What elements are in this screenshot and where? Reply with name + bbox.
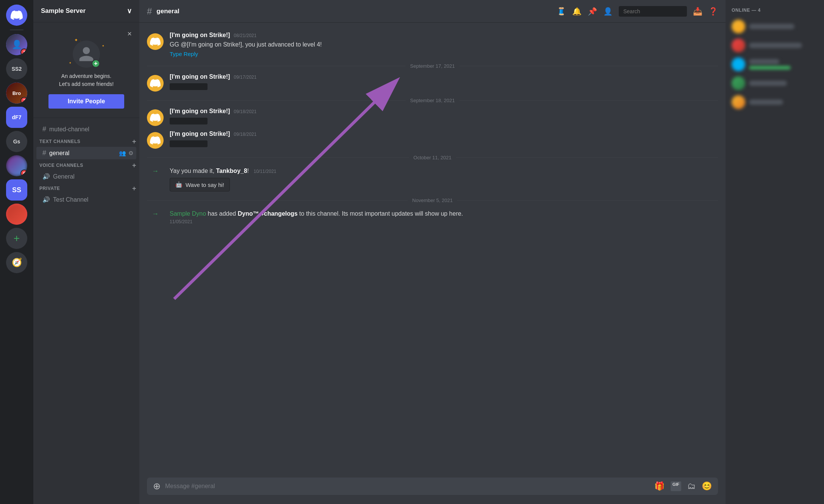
member-item-2[interactable] [729, 36, 821, 54]
member-name-blurred-2 [749, 43, 802, 48]
thread-icon[interactable]: 🧵 [557, 7, 566, 16]
message-content-1: [I'm going on Strike!] 08/21/2021 GG @[I… [170, 32, 718, 57]
add-text-channel-button[interactable]: + [132, 138, 136, 145]
bot-avatar-2 [147, 75, 164, 92]
invite-avatar-wrapper: + ✦ ✦ · ✦ [73, 40, 100, 68]
message-input-area: ⊕ 🎁 GIF 🗂 😊 [139, 478, 726, 504]
system-message-content: Yay you made it, Tankboy_8! 10/11/2021 🤖… [170, 166, 718, 191]
member-avatar-4 [732, 76, 745, 90]
help-icon[interactable]: ❓ [709, 7, 718, 16]
invite-avatar-plus-icon: + [92, 59, 100, 68]
messages-area[interactable]: [I'm going on Strike!] 08/21/2021 GG @[I… [139, 23, 726, 478]
divider-text-sep18: September 18, 2021 [410, 98, 455, 103]
channel-item-muted[interactable]: # muted-channel [36, 123, 136, 135]
notification-badge: 1 [20, 48, 27, 55]
divider-text-sep17: September 17, 2021 [410, 63, 455, 69]
message-author-sep18-1: [I'm going on Strike!] [170, 108, 230, 115]
server-name-header[interactable]: Sample Server ∨ [33, 0, 139, 22]
channel-item-general[interactable]: # general 👥 ⚙ [36, 147, 136, 159]
server-icon-gs[interactable]: Gs [6, 131, 27, 152]
member-name-blurred-4 [749, 81, 787, 86]
inbox-icon[interactable]: 📥 [693, 7, 702, 16]
server-icon-blurred-2[interactable] [6, 204, 27, 225]
invite-card-close-button[interactable]: × [127, 30, 132, 37]
notification-icon[interactable]: 🔔 [572, 7, 582, 16]
gift-icon[interactable]: 🎁 [654, 481, 665, 491]
message-author-sep17: [I'm going on Strike!] [170, 73, 230, 80]
channel-item-voice-general[interactable]: 🔊 General [36, 171, 136, 182]
search-input[interactable] [619, 6, 687, 17]
sparkle-icon-4: ✦ [69, 61, 72, 65]
member-item-5[interactable] [729, 93, 821, 111]
emoji-icon[interactable]: 😊 [702, 481, 712, 491]
date-divider-nov5: November 5, 2021 [139, 194, 726, 206]
message-group-sep17: [I'm going on Strike!] 09/17/2021 [139, 72, 726, 93]
input-icons: 🎁 GIF 🗂 😊 [654, 481, 712, 491]
server-icon-ss[interactable]: SS [6, 179, 27, 201]
gif-button[interactable]: GIF [671, 481, 681, 491]
discord-home-icon[interactable] [6, 5, 27, 26]
server-icon-user-avatar[interactable]: 👤 1 [6, 34, 27, 55]
add-attachment-button[interactable]: ⊕ [153, 481, 161, 492]
message-author-1: [I'm going on Strike!] [170, 32, 230, 39]
category-voice-channels[interactable]: VOICE CHANNELS + [33, 160, 139, 170]
category-text-channels[interactable]: TEXT CHANNELS + [33, 136, 139, 146]
pin-icon[interactable]: 📌 [588, 7, 597, 16]
server-icon-ss2[interactable]: SS2 [6, 58, 27, 79]
member-item-4[interactable] [729, 74, 821, 92]
member-info-3 [749, 59, 791, 70]
sticker-icon[interactable]: 🗂 [687, 481, 696, 491]
system-message-joined: → Yay you made it, Tankboy_8! 10/11/2021… [139, 163, 726, 194]
member-item-3[interactable] [729, 55, 821, 73]
member-avatar-5 [732, 95, 745, 109]
server-icon-df7[interactable]: dF7 [6, 107, 27, 128]
redacted-text [170, 83, 208, 90]
blurred1-badge: 6 [20, 170, 27, 176]
bot-avatar-4 [147, 132, 164, 149]
wave-label: Wave to say hi! [186, 182, 224, 188]
message-header-sep17: [I'm going on Strike!] 09/17/2021 [170, 73, 718, 80]
type-reply-link[interactable]: Type Reply [170, 51, 718, 57]
channel-actions: 👥 ⚙ [119, 150, 133, 157]
category-private[interactable]: PRIVATE + [33, 183, 139, 193]
bro-badge: 2 [20, 97, 27, 104]
channel-hash-icon: # [147, 6, 152, 17]
message-text-sep18-1 [170, 116, 718, 125]
add-member-icon[interactable]: 👥 [119, 150, 126, 157]
server-icon-blurred-1[interactable]: 6 [6, 155, 27, 176]
message-group-sep18-1: [I'm going on Strike!] 09/18/2021 [139, 106, 726, 128]
hash-icon: # [42, 125, 46, 133]
message-timestamp-sep17: 09/17/2021 [234, 75, 256, 80]
message-input[interactable] [165, 478, 650, 495]
member-list-icon[interactable]: 👤 [603, 7, 613, 16]
add-server-button[interactable]: + [6, 228, 27, 249]
divider-text-nov5: November 5, 2021 [412, 198, 453, 203]
message-header-1: [I'm going on Strike!] 08/21/2021 [170, 32, 718, 39]
discover-servers-icon[interactable]: 🧭 [6, 252, 27, 273]
member-avatar-3 [732, 58, 745, 71]
settings-icon[interactable]: ⚙ [128, 150, 133, 157]
wave-button[interactable]: 🤖 Wave to say hi! [170, 178, 230, 191]
message-header-sep18-1: [I'm going on Strike!] 09/18/2021 [170, 108, 718, 115]
channel-item-test[interactable]: 🔊 Test Channel [36, 194, 136, 205]
server-icon-bro[interactable]: Bro 2 [6, 82, 27, 104]
member-item-1[interactable] [729, 17, 821, 36]
system-dyno-arrow-icon: → [147, 209, 164, 218]
member-status-blurred-3 [749, 66, 791, 70]
date-divider-sep18: September 18, 2021 [139, 95, 726, 106]
add-voice-channel-button[interactable]: + [132, 162, 136, 169]
message-author-sep18-2: [I'm going on Strike!] [170, 131, 230, 137]
sparkle-icon-1: ✦ [74, 37, 78, 43]
bot-avatar-1 [147, 33, 164, 50]
header-icons: 🧵 🔔 📌 👤 📥 ❓ [557, 6, 718, 17]
sparkle-icon-2: ✦ [102, 44, 105, 48]
invite-people-button[interactable]: Invite People [48, 94, 124, 109]
server-divider [10, 30, 23, 30]
date-divider-sep17: September 17, 2021 [139, 60, 726, 72]
divider-line [147, 66, 406, 66]
dyno-timestamp: 11/05/2021 [170, 219, 718, 224]
add-private-channel-button[interactable]: + [132, 185, 136, 192]
channel-name-header: general [156, 8, 179, 15]
message-text-1: GG @[I'm going on Strike!], you just adv… [170, 40, 718, 49]
channel-list: # muted-channel TEXT CHANNELS + # genera… [33, 118, 139, 504]
